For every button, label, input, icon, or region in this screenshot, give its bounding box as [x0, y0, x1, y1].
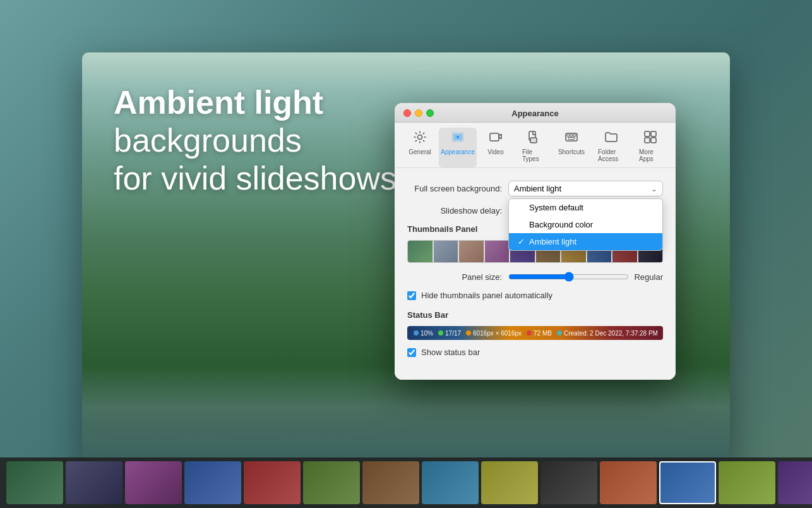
thumbnail-1 [408, 241, 433, 262]
traffic-lights [403, 109, 434, 117]
option-background-color[interactable]: Background color [509, 216, 662, 233]
window-title: Appearance [511, 109, 558, 118]
minimize-button[interactable] [415, 109, 422, 117]
chevron-down-icon: ⌄ [651, 184, 657, 193]
option-system-default-label: System default [529, 203, 583, 212]
taskbar-thumb-1[interactable] [6, 461, 63, 504]
status-dot-teal [557, 330, 562, 336]
full-screen-background-dropdown[interactable]: Ambient light ⌄ [508, 181, 663, 197]
taskbar-thumb-14[interactable] [778, 461, 812, 504]
status-bar-preview: 10% 17/17 6016px × 6016px 72 MB Created:… [407, 326, 663, 340]
taskbar-thumb-5[interactable] [244, 461, 301, 504]
checkmark-empty [516, 203, 525, 212]
status-text-2: 17/17 [445, 330, 461, 337]
status-dot-orange [466, 330, 471, 336]
svg-rect-14 [645, 138, 650, 143]
svg-rect-4 [490, 133, 499, 141]
status-item-5: Created: 2 Dec 2022, 7:37:28 PM [557, 330, 658, 337]
svg-rect-15 [651, 138, 656, 143]
status-item-2: 17/17 [438, 330, 461, 337]
taskbar-thumb-7[interactable] [362, 461, 419, 504]
taskbar-thumb-11[interactable] [600, 461, 657, 504]
svg-rect-8 [567, 135, 570, 136]
hide-thumbnails-label: Hide thumbnails panel automatically [421, 291, 552, 300]
taskbar-thumb-13[interactable] [719, 461, 775, 504]
slideshow-delay-label: Slideshow delay: [407, 206, 508, 215]
preview-normal-text: backgrounds [114, 122, 302, 159]
tab-general[interactable]: General [401, 128, 439, 167]
option-ambient-light-label: Ambient light [529, 237, 576, 246]
tab-shortcuts-label: Shortcuts [558, 148, 585, 155]
svg-rect-6 [530, 138, 537, 143]
panel-size-row: Panel size: Regular [407, 272, 663, 282]
taskbar [0, 457, 812, 508]
taskbar-thumb-12[interactable] [659, 461, 716, 504]
status-item-1: 10% [414, 330, 433, 337]
show-status-bar-row: Show status bar [407, 348, 663, 357]
maximize-button[interactable] [426, 109, 434, 117]
status-bar-section: Status Bar 10% 17/17 6016px × 6016px 7 [407, 310, 663, 357]
full-screen-background-row: Full screen background: Ambient light ⌄ … [407, 181, 663, 197]
status-bar-header: Status Bar [407, 310, 663, 320]
show-status-bar-checkbox[interactable] [407, 348, 416, 357]
more-apps-icon [643, 130, 657, 147]
tab-shortcuts[interactable]: Shortcuts [552, 128, 590, 167]
checkmark-empty-2 [516, 220, 525, 229]
tab-video[interactable]: Video [477, 128, 515, 167]
status-text-1: 10% [421, 330, 433, 337]
option-system-default[interactable]: System default [509, 199, 662, 216]
taskbar-thumb-8[interactable] [422, 461, 479, 504]
panel-size-slider[interactable] [508, 272, 629, 282]
shortcuts-icon [564, 130, 578, 147]
tab-file-types[interactable]: File Types [515, 128, 552, 167]
taskbar-thumb-2[interactable] [66, 461, 122, 504]
status-text-3: 6016px × 6016px [473, 330, 522, 337]
full-screen-background-menu: System default Background color ✓ Ambien… [508, 198, 663, 251]
status-text-4: 72 MB [534, 330, 552, 337]
close-button[interactable] [403, 109, 411, 117]
thumbnail-4 [485, 241, 510, 262]
svg-rect-13 [651, 131, 656, 136]
full-screen-background-dropdown-container: Ambient light ⌄ System default Backgroun… [508, 181, 663, 197]
option-ambient-light[interactable]: ✓ Ambient light [509, 233, 662, 250]
tab-more-apps-label: More Apps [639, 148, 662, 162]
tab-file-types-label: File Types [522, 148, 545, 162]
taskbar-thumb-10[interactable] [540, 461, 597, 504]
tab-appearance[interactable]: Appearance [439, 128, 477, 167]
taskbar-thumb-4[interactable] [184, 461, 241, 504]
taskbar-thumb-6[interactable] [303, 461, 360, 504]
status-dot-red [527, 330, 532, 336]
hide-thumbnails-checkbox[interactable] [407, 291, 416, 300]
hide-thumbnails-row: Hide thumbnails panel automatically [407, 291, 663, 300]
checkmark-selected: ✓ [516, 237, 525, 246]
option-background-color-label: Background color [529, 220, 593, 229]
svg-rect-12 [645, 131, 650, 136]
tab-more-apps[interactable]: More Apps [631, 128, 669, 167]
preview-bold-text: Ambient light [114, 84, 323, 121]
tab-folder-access-label: Folder Access [598, 148, 624, 162]
svg-rect-10 [573, 135, 576, 136]
svg-rect-9 [570, 135, 573, 136]
toolbar: General Appearance Video [395, 123, 676, 168]
status-item-4: 72 MB [527, 330, 552, 337]
file-types-icon [527, 130, 540, 147]
preview-subheading: for vivid slideshows [114, 160, 397, 197]
folder-icon [604, 130, 618, 147]
full-screen-background-label: Full screen background: [407, 184, 508, 193]
settings-window: Appearance General Appearance [395, 103, 676, 380]
window-body: Full screen background: Ambient light ⌄ … [395, 168, 676, 380]
panel-size-value: Regular [634, 272, 663, 282]
tab-folder-access[interactable]: Folder Access [590, 128, 631, 167]
gear-icon [413, 130, 427, 147]
status-item-3: 6016px × 6016px [466, 330, 522, 337]
status-dot-green [438, 330, 443, 336]
thumbnail-3 [459, 241, 484, 262]
svg-point-0 [418, 135, 422, 140]
show-status-bar-label: Show status bar [421, 348, 480, 357]
tab-general-label: General [409, 148, 431, 155]
thumbnail-2 [434, 241, 458, 262]
taskbar-thumb-3[interactable] [125, 461, 182, 504]
taskbar-thumb-9[interactable] [481, 461, 538, 504]
appearance-icon [451, 130, 465, 147]
svg-rect-11 [568, 138, 575, 140]
